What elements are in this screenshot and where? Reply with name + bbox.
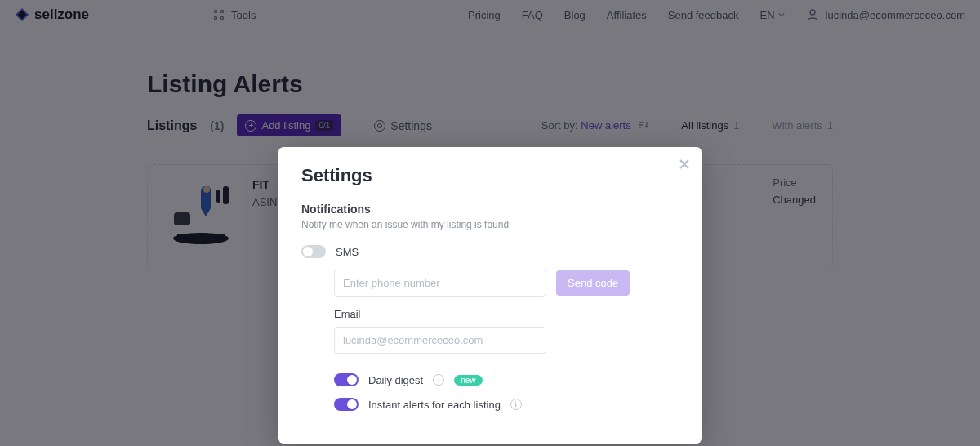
- daily-digest-toggle[interactable]: [334, 373, 359, 386]
- instant-alerts-label: Instant alerts for each listing: [368, 399, 501, 411]
- send-code-button[interactable]: Send code: [556, 270, 630, 296]
- sms-toggle[interactable]: [301, 245, 326, 258]
- instant-alerts-toggle[interactable]: [334, 398, 359, 411]
- sms-label: SMS: [336, 246, 359, 258]
- email-label: Email: [334, 308, 361, 320]
- notifications-subheading: Notify me when an issue with my listing …: [301, 219, 679, 230]
- email-input[interactable]: [334, 327, 546, 354]
- settings-modal: Settings Notifications Notify me when an…: [278, 147, 702, 444]
- close-icon: [679, 158, 690, 170]
- new-badge: new: [454, 375, 482, 386]
- notifications-heading: Notifications: [301, 203, 679, 216]
- info-icon[interactable]: i: [433, 374, 444, 386]
- modal-title: Settings: [301, 165, 679, 186]
- close-button[interactable]: [679, 155, 690, 174]
- info-icon[interactable]: i: [510, 399, 522, 410]
- daily-digest-label: Daily digest: [368, 374, 423, 386]
- phone-input[interactable]: [334, 270, 546, 297]
